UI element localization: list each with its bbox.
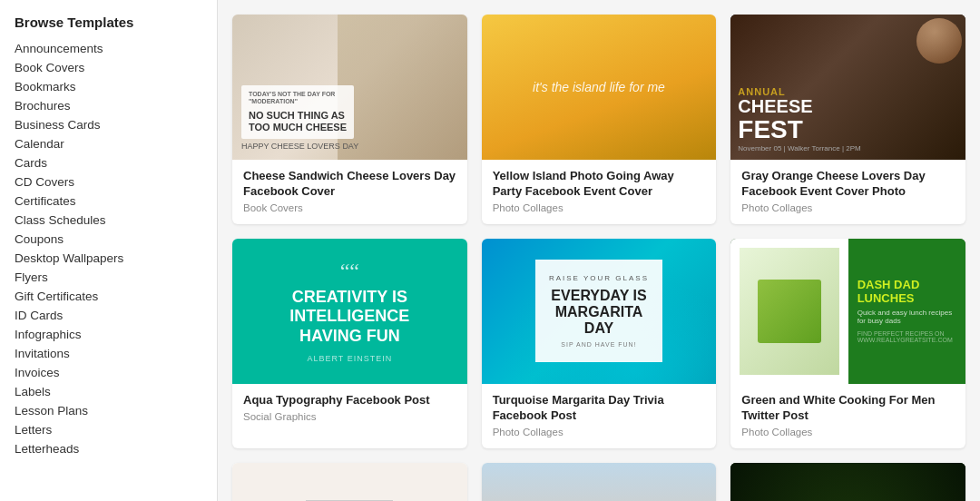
sidebar-item-business-cards[interactable]: Business Cards <box>15 115 202 134</box>
sidebar-item-id-cards[interactable]: ID Cards <box>15 306 202 325</box>
template-grid: TODAY'S NOT THE DAY FOR"MODERATION" NO S… <box>232 15 965 501</box>
template-card-8[interactable]: ⚙ AUTOMOTIVE EVERYONE NEEDSADVENTURE <box>730 463 965 501</box>
template-card-7[interactable] <box>482 463 717 501</box>
card-title: Turquoise Margarita Day Trivia Facebook … <box>493 393 706 424</box>
card-title: Green and White Cooking For Men Twitter … <box>741 393 955 424</box>
template-card-4[interactable]: RAISE YOUR GLASS EVERYDAY ISMARGARITADAY… <box>482 239 717 448</box>
sidebar-item-letterheads[interactable]: Letterheads <box>15 439 202 458</box>
sidebar-item-letters[interactable]: Letters <box>15 420 202 439</box>
sidebar-item-class-schedules[interactable]: Class Schedules <box>15 211 202 230</box>
card-subtitle: Book Covers <box>243 202 456 213</box>
sidebar-item-infographics[interactable]: Infographics <box>15 325 202 344</box>
sidebar-item-invoices[interactable]: Invoices <box>15 363 202 382</box>
template-card-0[interactable]: TODAY'S NOT THE DAY FOR"MODERATION" NO S… <box>232 15 467 224</box>
card-title: Cheese Sandwich Cheese Lovers Day Facebo… <box>243 169 456 200</box>
card-subtitle: Social Graphics <box>243 411 456 422</box>
sidebar-item-book-covers[interactable]: Book Covers <box>15 58 202 77</box>
sidebar-item-labels[interactable]: Labels <box>15 382 202 401</box>
template-card-2[interactable]: ANNUAL CHEESE FEST November 05 | Walker … <box>730 15 965 224</box>
sidebar-item-bookmarks[interactable]: Bookmarks <box>15 77 202 96</box>
card-title: Aqua Typography Facebook Post <box>243 393 456 408</box>
card-subtitle: Photo Collages <box>493 202 706 213</box>
sidebar-item-flyers[interactable]: Flyers <box>15 268 202 287</box>
sidebar-item-coupons[interactable]: Coupons <box>15 230 202 249</box>
sidebar-item-cd-covers[interactable]: CD Covers <box>15 172 202 192</box>
card-subtitle: Photo Collages <box>741 427 955 437</box>
template-card-3[interactable]: ““ CREATIVITY ISINTELLIGENCEHAVING FUN A… <box>232 239 467 448</box>
sidebar-heading: Browse Templates <box>15 15 202 30</box>
template-card-5[interactable]: Dash DadLunches Quick and easy lunch rec… <box>730 239 965 448</box>
sidebar-item-brochures[interactable]: Brochures <box>15 96 202 115</box>
card-title: Gray Orange Cheese Lovers Day Facebook E… <box>741 169 955 200</box>
sidebar-item-calendar[interactable]: Calendar <box>15 134 202 153</box>
sidebar: Browse Templates AnnouncementsBook Cover… <box>0 0 218 501</box>
card-title: Yellow Island Photo Going Away Party Fac… <box>493 169 706 200</box>
card-subtitle: Photo Collages <box>493 427 706 437</box>
sidebar-item-cards[interactable]: Cards <box>15 153 202 172</box>
sidebar-item-desktop-wallpapers[interactable]: Desktop Wallpapers <box>15 249 202 268</box>
sidebar-item-invitations[interactable]: Invitations <box>15 344 202 363</box>
sidebar-item-gift-certificates[interactable]: Gift Certificates <box>15 287 202 306</box>
template-card-6[interactable]: 10% SALE <box>232 463 467 501</box>
main-content: TODAY'S NOT THE DAY FOR"MODERATION" NO S… <box>218 0 980 501</box>
sidebar-item-lesson-plans[interactable]: Lesson Plans <box>15 401 202 420</box>
template-card-1[interactable]: it's the island life for me Yellow Islan… <box>482 15 717 224</box>
sidebar-nav: AnnouncementsBook CoversBookmarksBrochur… <box>15 39 202 458</box>
sidebar-item-certificates[interactable]: Certificates <box>15 192 202 211</box>
card-subtitle: Photo Collages <box>741 202 955 213</box>
sidebar-item-announcements[interactable]: Announcements <box>15 39 202 58</box>
